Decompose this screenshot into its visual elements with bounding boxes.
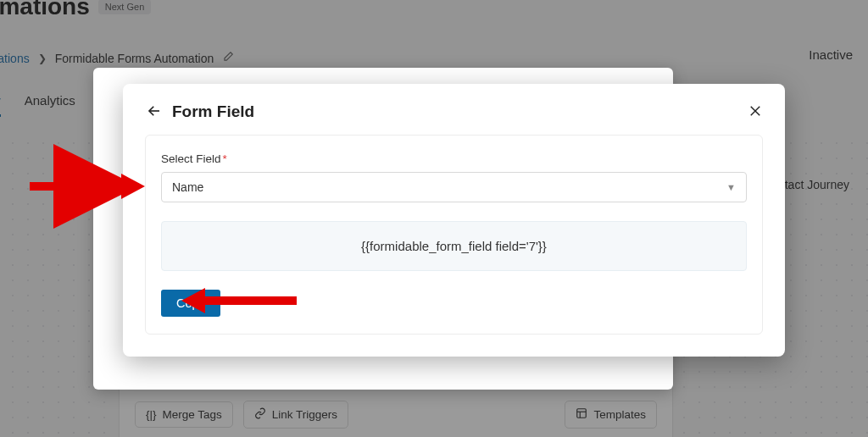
field-select-value: Name bbox=[172, 180, 203, 194]
chevron-down-icon: ▼ bbox=[726, 182, 736, 192]
form-field-modal: Form Field Select Field* Name ▼ {{formid… bbox=[123, 84, 785, 357]
field-select[interactable]: Name ▼ bbox=[161, 172, 747, 202]
back-arrow-icon[interactable] bbox=[145, 103, 164, 121]
modal-title: Form Field bbox=[172, 102, 254, 121]
select-field-label: Select Field* bbox=[161, 152, 747, 165]
select-field-label-text: Select Field bbox=[161, 152, 221, 165]
modal-header: Form Field bbox=[145, 102, 763, 121]
shortcode-output: {{formidable_form_field field='7'}} bbox=[161, 221, 747, 271]
close-icon[interactable] bbox=[748, 103, 763, 121]
required-asterisk: * bbox=[223, 152, 227, 165]
copy-button[interactable]: Copy bbox=[161, 290, 220, 317]
modal-body: Select Field* Name ▼ {{formidable_form_f… bbox=[145, 135, 763, 335]
